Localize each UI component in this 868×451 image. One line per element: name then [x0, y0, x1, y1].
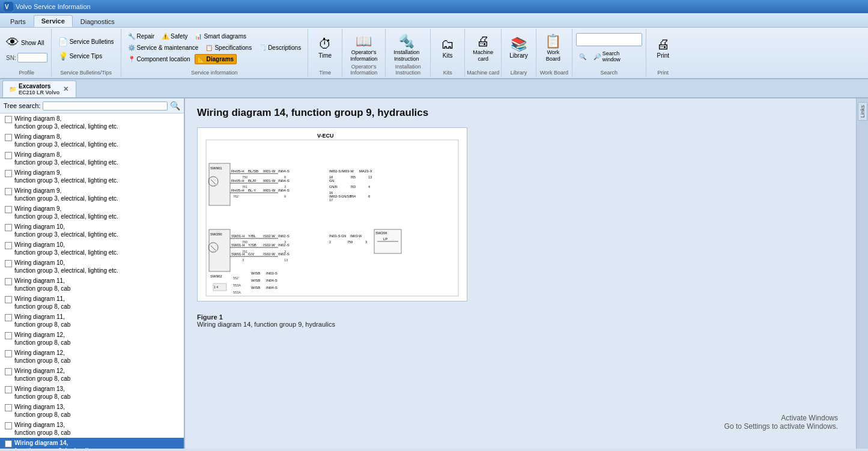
- svg-text:Y/BL: Y/BL: [248, 234, 256, 238]
- component-location-btn[interactable]: 📍 Component location: [125, 54, 193, 64]
- links-tab[interactable]: Links: [858, 102, 867, 121]
- tree-item[interactable]: Wiring diagram 13, function group 8, cab: [0, 402, 184, 420]
- operators-btn[interactable]: 📖 Operator's Information: [346, 30, 381, 67]
- tree-item[interactable]: Wiring diagram 10, function group 3, ele…: [0, 240, 184, 258]
- tab-diagnostics[interactable]: Diagnostics: [73, 16, 123, 27]
- machine-card-icon: 🖨: [476, 35, 490, 48]
- tree-item-icon: [5, 404, 12, 411]
- tree-item-text: Wiring diagram 14, function group 9, hyd…: [14, 439, 181, 449]
- ribbon-group-bulletins: 📄 Service Bulletins 💡 Service Tips Servi…: [52, 29, 121, 77]
- diagrams-icon: 📐: [198, 56, 205, 62]
- tree-item[interactable]: Wiring diagram 11, function group 8, cab: [0, 294, 184, 312]
- tree-item[interactable]: Wiring diagram 8, function group 3, elec…: [0, 114, 184, 132]
- search-icon-btn[interactable]: 🔍: [576, 49, 589, 64]
- svg-text:Y/SB: Y/SB: [248, 243, 256, 247]
- ribbon-group-machine-card: 🖨 Machine card Machine card: [465, 29, 502, 77]
- specifications-btn[interactable]: 📋 Specifications: [202, 43, 255, 53]
- svg-text:SW01-H: SW01-H: [231, 234, 245, 238]
- bulletins-icon: 📄: [58, 37, 68, 46]
- doc-tab-close[interactable]: ✕: [62, 85, 70, 93]
- watermark-line1: Activate Windows: [724, 414, 838, 422]
- tab-service[interactable]: Service: [34, 15, 73, 27]
- time-btn[interactable]: ⏱ Time: [312, 30, 338, 67]
- svg-text:V-ECU: V-ECU: [317, 133, 334, 139]
- search-window-btn[interactable]: 🔎 Search window: [590, 49, 624, 64]
- tree-item-icon: [5, 350, 12, 357]
- diagrams-btn[interactable]: 📐 Diagrams: [195, 54, 237, 64]
- tab-parts[interactable]: Parts: [2, 16, 34, 27]
- tree-search-label: Tree search:: [4, 102, 40, 109]
- component-location-icon: 📍: [128, 56, 135, 62]
- tree-item[interactable]: Wiring diagram 8, function group 3, elec…: [0, 132, 184, 150]
- kits-icon: 🗂: [441, 38, 454, 51]
- ribbon-group-service-info: 🔧 Repair ⚠️ Safety 📊 Smart diagrams ⚙️: [121, 29, 309, 77]
- svg-text:760: 760: [242, 240, 247, 244]
- profile-group-label: Profile: [2, 70, 51, 76]
- svg-text:553A: 553A: [233, 291, 241, 294]
- tree-item[interactable]: Wiring diagram 12, function group 8, cab: [0, 330, 184, 348]
- kits-btn[interactable]: 🗂 Kits: [434, 30, 461, 67]
- safety-btn[interactable]: ⚠️ Safety: [159, 31, 190, 41]
- tree-item[interactable]: Wiring diagram 13, function group 8, cab: [0, 420, 184, 438]
- ribbon-tabs: Parts Service Diagnostics: [0, 13, 868, 28]
- tree-search-bar: Tree search: 🔍: [0, 98, 184, 114]
- tree-item-icon: [5, 422, 12, 429]
- tree-item-text: Wiring diagram 10, function group 3, ele…: [14, 241, 181, 256]
- service-bulletins-btn[interactable]: 📄 Service Bulletins: [55, 35, 117, 48]
- work-board-btn[interactable]: 📋 Work Board: [540, 30, 566, 67]
- tree-item[interactable]: Wiring diagram 9, function group 3, elec…: [0, 168, 184, 186]
- print-btn[interactable]: 🖨 Print: [650, 30, 676, 67]
- search-input[interactable]: [576, 33, 642, 46]
- descriptions-btn[interactable]: 🗒️ Descriptions: [256, 43, 304, 53]
- svg-text:SW206: SW206: [375, 231, 387, 235]
- tree-item-text: Wiring diagram 13, function group 8, cab: [14, 421, 181, 437]
- smart-diagrams-btn[interactable]: 📊 Smart diagrams: [192, 31, 249, 41]
- tree-item[interactable]: Wiring diagram 12, function group 8, cab: [0, 366, 184, 384]
- tree-item[interactable]: Wiring diagram 10, function group 3, ele…: [0, 258, 184, 276]
- tree-item[interactable]: Wiring diagram 10, function group 3, ele…: [0, 222, 184, 240]
- installation-btn[interactable]: 🔩 Installation Instruction: [389, 30, 423, 67]
- library-icon: 📚: [511, 38, 527, 51]
- tree-item[interactable]: ▶Wiring diagram 14, function group 9, hy…: [0, 438, 184, 449]
- tree-item-text: Wiring diagram 12, function group 8, cab: [14, 367, 181, 383]
- tree-item[interactable]: Wiring diagram 11, function group 8, cab: [0, 276, 184, 294]
- app-title: Volvo Service Information: [16, 3, 91, 10]
- service-maintenance-btn[interactable]: ⚙️ Service & maintenance: [125, 43, 202, 53]
- wiring-diagram-svg: V-ECU SW901 RH05-H BL/SB IR01-W IN04-S R…: [200, 130, 464, 298]
- tree-search-icon[interactable]: 🔍: [170, 101, 180, 110]
- svg-text:761: 761: [242, 185, 247, 189]
- svg-text:SW200: SW200: [210, 232, 222, 236]
- svg-text:IN04-S: IN04-S: [278, 189, 290, 192]
- operators-icon: 📖: [356, 35, 372, 48]
- svg-text:17: 17: [329, 198, 333, 202]
- machine-card-btn[interactable]: 🖨 Machine card: [469, 30, 497, 67]
- tree-item-icon: [5, 314, 12, 321]
- tree-item-icon: [5, 260, 12, 267]
- tree-search-input[interactable]: [43, 101, 168, 110]
- ribbon-group-print: 🖨 Print Print: [646, 29, 680, 77]
- service-tips-btn[interactable]: 💡 Service Tips: [55, 50, 117, 62]
- specifications-icon: 📋: [205, 44, 213, 51]
- content-area[interactable]: Wiring diagram 14, function group 9, hyd…: [185, 98, 856, 449]
- tree-item[interactable]: Wiring diagram 12, function group 8, cab: [0, 348, 184, 366]
- tree-item[interactable]: Wiring diagram 11, function group 8, cab: [0, 312, 184, 330]
- tree-item[interactable]: Wiring diagram 9, function group 3, elec…: [0, 186, 184, 204]
- svg-text:BL/R: BL/R: [248, 179, 256, 183]
- doc-tab-excavators[interactable]: 📁 Excavators EC210 LR Volvo ✕: [2, 80, 76, 97]
- svg-text:763: 763: [350, 185, 356, 189]
- tree-item[interactable]: Wiring diagram 9, function group 3, elec…: [0, 204, 184, 222]
- sn-input[interactable]: [17, 53, 47, 62]
- library-btn[interactable]: 📚 Library: [505, 30, 532, 67]
- work-board-icon: 📋: [545, 35, 561, 48]
- tree-item[interactable]: Wiring diagram 13, function group 8, cab: [0, 384, 184, 402]
- tree-item-icon: [5, 134, 12, 141]
- watermark-line2: Go to Settings to activate Windows.: [724, 422, 838, 431]
- repair-btn[interactable]: 🔧 Repair: [125, 31, 157, 41]
- tree-content: Wiring diagram 8, function group 3, elec…: [0, 114, 184, 449]
- sn-label: SN:: [6, 55, 16, 61]
- svg-text:GN: GN: [341, 234, 346, 238]
- svg-text:W/SB: W/SB: [251, 279, 260, 282]
- tree-item[interactable]: Wiring diagram 8, function group 3, elec…: [0, 150, 184, 168]
- svg-text:G/V: G/V: [248, 252, 254, 256]
- right-sidebar: Links: [856, 98, 868, 449]
